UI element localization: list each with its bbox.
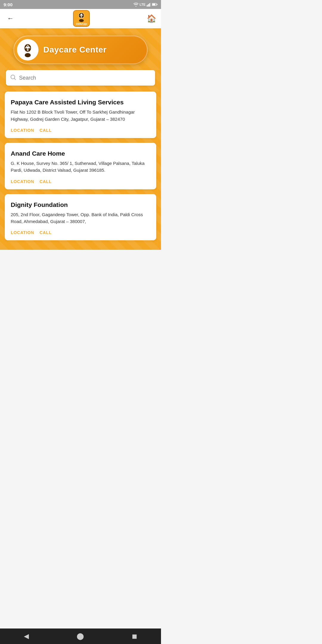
listing-address: 205, 2nd Floor, Gagandeep Tower, Opp. Ba…	[11, 211, 150, 225]
listing-name: Papaya Care Assisted Living Services	[11, 98, 150, 106]
wifi-icon	[134, 3, 138, 7]
call-button[interactable]: CALL	[39, 179, 52, 184]
svg-rect-3	[150, 3, 151, 7]
logo-text: DDNApp	[76, 22, 87, 25]
back-button[interactable]: ←	[5, 12, 16, 25]
listings-container: Papaya Care Assisted Living Services Fla…	[0, 92, 161, 250]
svg-rect-1	[148, 4, 149, 7]
status-time: 9:00	[4, 2, 13, 7]
search-area	[0, 70, 161, 92]
listing-address: Flat No 1202 B Block Tivoli Tower, Off T…	[11, 109, 150, 123]
location-button[interactable]: LOCATION	[11, 230, 34, 235]
daycare-icon	[19, 41, 36, 58]
call-button[interactable]: CALL	[39, 230, 52, 235]
search-icon	[10, 74, 16, 82]
logo-icon	[76, 12, 87, 23]
svg-rect-0	[147, 5, 148, 7]
listing-name: Anand Care Home	[11, 149, 150, 157]
svg-rect-2	[149, 3, 150, 7]
status-icons: LTE	[134, 3, 157, 7]
card-actions: LOCATION CALL	[11, 128, 150, 133]
svg-point-18	[25, 53, 31, 57]
svg-rect-5	[152, 4, 155, 5]
status-bar: 9:00 LTE	[0, 0, 161, 9]
search-box[interactable]	[6, 70, 155, 86]
header-banner: Daycare Center	[0, 28, 161, 70]
nav-bar: ← DDNApp 🏠	[0, 9, 161, 28]
home-button[interactable]: 🏠	[147, 14, 156, 23]
card-actions: LOCATION CALL	[11, 179, 150, 184]
call-button[interactable]: CALL	[39, 128, 52, 133]
svg-rect-6	[157, 4, 158, 5]
listing-card: Dignity Foundation 205, 2nd Floor, Gagan…	[5, 194, 156, 241]
app-logo: DDNApp	[73, 10, 90, 27]
svg-point-21	[27, 47, 29, 48]
listing-name: Dignity Foundation	[11, 201, 150, 209]
listing-card: Papaya Care Assisted Living Services Fla…	[5, 92, 156, 138]
location-button[interactable]: LOCATION	[11, 179, 34, 184]
battery-icon	[152, 3, 157, 6]
location-button[interactable]: LOCATION	[11, 128, 34, 133]
listing-card: Anand Care Home G. K House, Survey No. 3…	[5, 143, 156, 189]
svg-line-28	[14, 78, 16, 80]
header-pill-logo	[17, 39, 38, 61]
listing-address: G. K House, Survey No. 365/ 1, Sutherwad…	[11, 160, 150, 174]
header-title: Daycare Center	[43, 45, 106, 55]
signal-icon	[147, 3, 151, 7]
search-input[interactable]	[19, 75, 151, 81]
card-actions: LOCATION CALL	[11, 230, 150, 235]
svg-point-8	[79, 19, 84, 22]
lte-label: LTE	[140, 3, 145, 6]
header-pill: Daycare Center	[13, 35, 148, 64]
